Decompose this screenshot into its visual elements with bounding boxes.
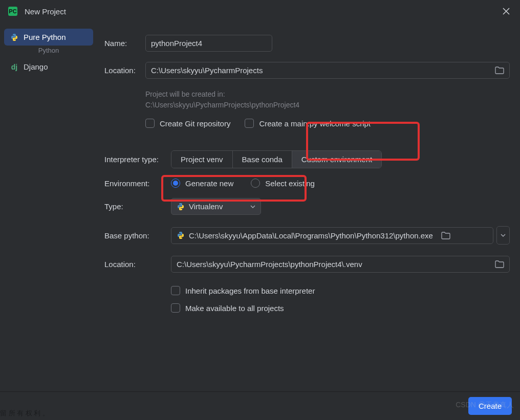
type-label: Type: [104,202,171,211]
close-icon [503,8,510,15]
sidebar-item-django[interactable]: dj Django [4,58,93,75]
seg-project-venv[interactable]: Project venv [171,151,233,168]
titlebar: PC New Project [0,0,520,23]
check-available-all[interactable]: Make available to all projects [171,303,510,313]
name-label: Name: [104,39,145,48]
venv-location-input[interactable]: C:\Users\skyyu\PycharmProjects\pythonPro… [171,256,510,273]
location-label: Location: [104,66,145,75]
type-dropdown[interactable]: Virtualenv [171,198,261,215]
folder-icon[interactable] [495,260,504,268]
radio-label: Generate new [185,179,233,188]
base-python-more-button[interactable] [496,226,510,245]
radio-generate-new[interactable]: Generate new [171,179,233,188]
check-label: Inherit packages from base interpreter [185,286,315,295]
radio-icon [171,179,180,188]
base-python-dropdown[interactable]: C:\Users\skyyu\AppData\Local\Programs\Py… [171,227,493,244]
sidebar-item-pure-python[interactable]: Pure Python [4,29,93,46]
python-icon [177,231,185,239]
python-icon [10,33,18,41]
sidebar: Pure Python Python dj Django [0,23,97,391]
django-icon: dj [10,63,18,71]
chevron-down-icon [501,233,506,238]
window-title: New Project [25,7,501,16]
hint-line1: Project will be created in: [145,89,510,100]
type-value: Virtualenv [189,202,223,211]
venv-location-value: C:\Users\skyyu\PycharmProjects\pythonPro… [177,260,362,269]
interp-type-label: Interpreter type: [104,155,171,164]
base-python-value: C:\Users\skyyu\AppData\Local\Programs\Py… [189,231,433,240]
check-label: Create a main.py welcome script [259,119,371,128]
close-button[interactable] [501,6,512,17]
check-label: Make available to all projects [185,304,284,313]
check-label: Create Git repository [160,119,230,128]
seg-base-conda[interactable]: Base conda [233,151,292,168]
decorative-text: 留 所 有 权 利 。 [0,409,49,418]
check-inherit-packages[interactable]: Inherit packages from base interpreter [171,286,510,295]
radio-select-existing[interactable]: Select existing [251,179,315,188]
hint-line2: C:\Users\skyyu\PycharmProjects\pythonPro… [145,100,510,110]
location-input[interactable]: C:\Users\skyyu\PycharmProjects [145,62,510,79]
radio-label: Select existing [265,179,315,188]
dialog-footer: Create [0,391,520,420]
venv-location-label: Location: [104,260,171,269]
seg-custom-env[interactable]: Custom environment [292,151,381,168]
creation-hint: Project will be created in: C:\Users\sky… [145,89,510,110]
sidebar-item-label: Pure Python [24,33,66,41]
radio-icon [251,179,260,188]
name-input[interactable] [145,35,272,52]
base-python-label: Base python: [104,231,171,240]
check-git-repo[interactable]: Create Git repository [145,119,230,128]
pycharm-icon: PC [8,7,17,16]
main-panel: Name: Location: C:\Users\skyyu\PycharmPr… [97,23,520,391]
folder-icon[interactable] [441,232,450,239]
create-button[interactable]: Create [468,397,512,415]
checkbox-icon [245,119,254,128]
checkbox-icon [145,119,155,128]
check-main-py[interactable]: Create a main.py welcome script [245,119,371,128]
checkbox-icon [171,286,180,295]
environment-label: Environment: [104,179,171,188]
sidebar-item-label: Django [24,62,48,71]
sidebar-sub-label: Python [4,47,93,54]
folder-icon[interactable] [495,67,504,74]
interp-type-segmented: Project venv Base conda Custom environme… [171,150,382,168]
location-value: C:\Users\skyyu\PycharmProjects [151,66,263,75]
checkbox-icon [171,303,180,313]
chevron-down-icon [250,204,255,209]
python-icon [177,203,185,211]
